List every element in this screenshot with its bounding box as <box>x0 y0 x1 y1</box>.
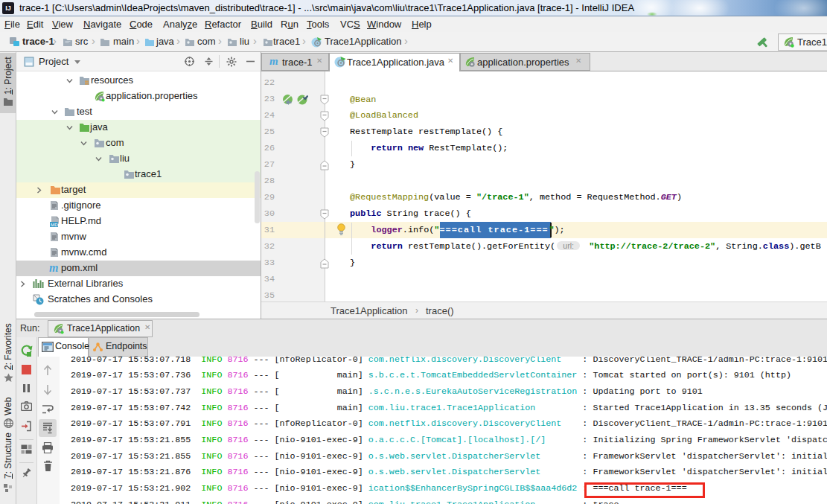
svg-text:MD: MD <box>51 222 58 227</box>
